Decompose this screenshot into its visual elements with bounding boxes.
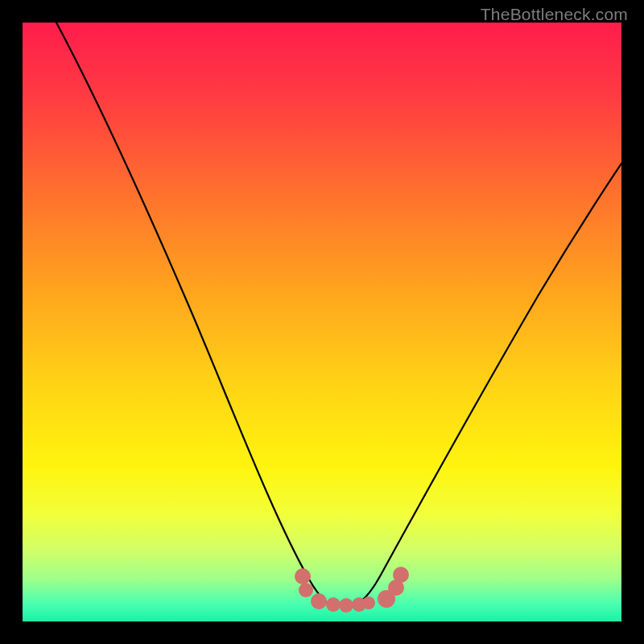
trough-marker	[393, 567, 409, 583]
trough-marker	[295, 568, 311, 584]
trough-marker	[299, 583, 313, 597]
trough-marker	[362, 597, 375, 609]
chart-stage: TheBottleneck.com	[0, 0, 644, 644]
watermark-text: TheBottleneck.com	[481, 5, 628, 24]
curve-layer	[23, 23, 621, 621]
plot-area	[23, 23, 621, 621]
trough-marker	[311, 593, 327, 609]
bottleneck-curve	[56, 23, 621, 607]
